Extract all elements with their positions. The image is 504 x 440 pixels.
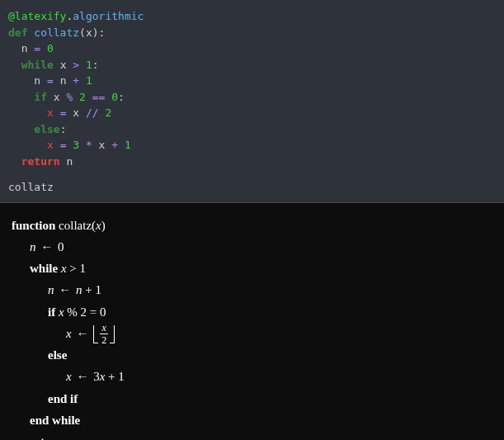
pseudo-return: return n (12, 431, 494, 440)
pseudo-x3x1: x ← 3x + 1 (12, 366, 494, 387)
floor-left-icon (93, 325, 98, 343)
code-line-decorator: @latexify.algorithmic (8, 8, 496, 25)
pseudocode-output: function collatz(x) n ← 0 while x > 1 n … (0, 203, 504, 441)
code-line-xdiv: x = x // 2 (8, 105, 496, 121)
code-line-else: else: (8, 121, 496, 138)
fraction: x2 (100, 323, 108, 345)
pseudo-else: else (12, 344, 494, 366)
pseudo-n0: n ← 0 (12, 236, 494, 258)
return-keyword: return (21, 155, 60, 168)
code-line-n0: n = 0 (8, 40, 496, 57)
pseudo-endwhile: end while (12, 409, 494, 431)
if-keyword: if (34, 91, 47, 103)
decorator-attr: algorithmic (73, 10, 144, 22)
while-keyword: while (21, 59, 54, 71)
def-keyword: def (8, 26, 27, 39)
else-keyword: else (34, 123, 59, 135)
at-symbol: @ (8, 10, 15, 22)
floor-right-icon (110, 325, 115, 343)
param-x: x (86, 26, 92, 39)
decorator-module: latexify (15, 10, 67, 22)
code-line-if: if x % 2 == 0: (8, 89, 496, 106)
pseudo-xfloor: x ← x2 (12, 323, 494, 344)
code-line-ninc: n = n + 1 (8, 73, 496, 89)
floor-expression: x2 (93, 325, 115, 343)
pseudo-endif: end if (12, 388, 494, 409)
pseudo-if: if x % 2 = 0 (12, 301, 494, 323)
code-line-x3x1: x = 3 * x + 1 (8, 137, 496, 154)
pseudo-ninc: n ← n + 1 (12, 279, 494, 300)
code-line-def: def collatz(x): (8, 25, 496, 41)
pseudo-while: while x > 1 (12, 258, 494, 279)
output-repr: collatz (8, 176, 496, 196)
code-editor-block: @latexify.algorithmic def collatz(x): n … (0, 0, 504, 203)
code-line-while: while x > 1: (8, 57, 496, 73)
pseudo-function: function collatz(x) (12, 215, 494, 236)
code-line-return: return n (8, 154, 496, 170)
func-name: collatz (34, 26, 79, 39)
